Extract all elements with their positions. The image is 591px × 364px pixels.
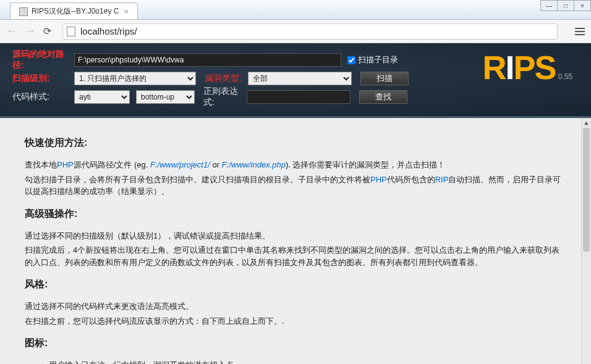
para-5: 通过选择不同的代码样式来更改语法高亮模式。 — [25, 300, 566, 313]
heading-quickstart: 快速使用方法: — [25, 135, 566, 150]
forward-button[interactable]: → — [25, 25, 36, 38]
nav-arrows: ← → — [6, 25, 36, 38]
logo-version: 0.55 — [558, 72, 572, 81]
para-4: 扫描完成后，4个新按钮将出现在右上角。您可以通过在窗口中单击其名称来找到不同类型… — [25, 244, 566, 268]
regex-label: 正则表达式: — [203, 86, 247, 108]
window-controls: — □ × — [541, 0, 591, 11]
heading-icons: 图标: — [25, 336, 566, 350]
scan-button[interactable]: 扫描 — [360, 72, 409, 85]
search-button[interactable]: 查找 — [359, 90, 407, 104]
rips-logo: RIPS 0.55 — [483, 51, 572, 84]
legend-item-red: 用户输入已在这一行中找到。漏洞开发的潜在切入点 — [41, 359, 566, 364]
icon-legend-list: 用户输入已在这一行中找到。漏洞开发的潜在切入点 漏洞利用取决于传递给在此行中声明… — [25, 359, 566, 364]
scroll-up-icon[interactable]: ▲ — [582, 118, 591, 128]
scroll-thumb[interactable] — [583, 128, 590, 252]
url-bar[interactable]: localhost/rips/ — [62, 23, 558, 40]
maximize-button[interactable]: □ — [557, 0, 574, 11]
browser-titlebar: RIPS汉化版--BY:J0o1ey C × — □ × — [0, 0, 591, 20]
reload-icon[interactable]: ⟳ — [43, 25, 51, 37]
path-label: 源码的绝对路径: — [12, 49, 74, 71]
heading-style: 风格: — [25, 277, 566, 292]
para-1: 查找本地PHP源代码路径/文件 (eg. F:/www/project1/ or… — [25, 159, 566, 171]
logo-text: RIPS — [483, 51, 556, 84]
minimize-button[interactable]: — — [540, 0, 558, 11]
style-label: 代码样式: — [12, 91, 74, 103]
para-2: 勾选扫描子目录，会将所有子目录包含到扫描中。建议只扫描项目的根目录。子目录中的文… — [25, 174, 566, 198]
favicon — [19, 7, 28, 16]
direction-select[interactable]: bottom-up — [136, 90, 195, 104]
para-6: 在扫描之前，您可以选择代码流应该显示的方式：自下而上或自上而下。. — [25, 315, 566, 328]
scrollbar-vertical[interactable]: ▲ ▼ — [581, 118, 591, 364]
page-icon — [67, 27, 75, 36]
close-window-button[interactable]: × — [574, 0, 591, 11]
chrome-menu-icon[interactable] — [575, 28, 585, 35]
vuln-label: 漏洞类型: — [205, 73, 248, 84]
help-content: 快速使用方法: 查找本地PHP源代码路径/文件 (eg. F:/www/proj… — [0, 118, 591, 364]
tab-title: RIPS汉化版--BY:J0o1ey C — [32, 6, 119, 17]
rips-config-panel: 源码的绝对路径: 扫描子目录 扫描级别: 1. 只扫描用户选择的 漏洞类型: 全… — [0, 43, 591, 118]
subdir-checkbox-wrap[interactable]: 扫描子目录 — [347, 54, 398, 66]
level-label: 扫描级别: — [12, 73, 74, 84]
style-select[interactable]: ayti — [74, 90, 130, 104]
subdir-checkbox[interactable] — [347, 56, 355, 64]
browser-tab[interactable]: RIPS汉化版--BY:J0o1ey C × — [10, 2, 138, 19]
vuln-select[interactable]: 全部 — [248, 72, 352, 85]
path-input[interactable] — [74, 53, 341, 67]
back-button[interactable]: ← — [6, 25, 17, 38]
para-3: 通过选择不同的扫描级别（默认级别1），调试错误或提高扫描结果。 — [25, 230, 566, 242]
url-text: localhost/rips/ — [80, 26, 137, 36]
regex-input[interactable] — [247, 90, 351, 104]
browser-toolbar: ← → ⟳ localhost/rips/ — [0, 20, 591, 43]
heading-advanced: 高级骚操作: — [25, 206, 566, 221]
level-select[interactable]: 1. 只扫描用户选择的 — [74, 72, 196, 85]
subdir-label: 扫描子目录 — [358, 54, 398, 66]
close-tab-icon[interactable]: × — [124, 7, 129, 16]
